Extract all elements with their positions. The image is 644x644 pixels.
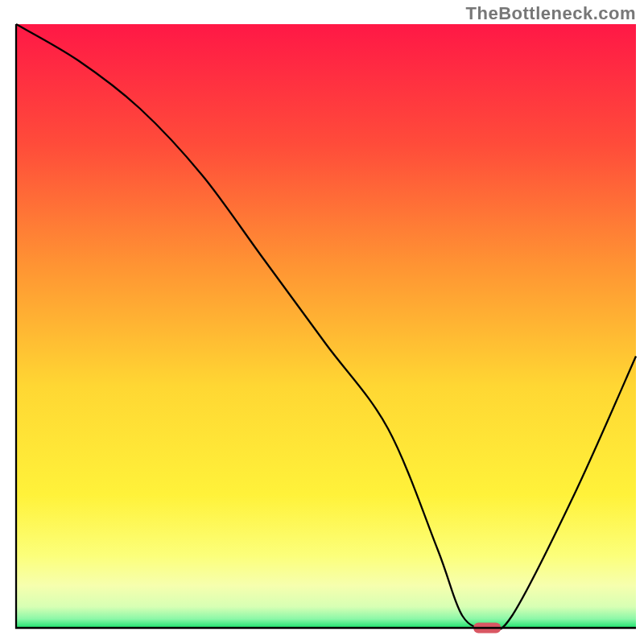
watermark-text: TheBottleneck.com: [466, 3, 636, 24]
gradient-background: [16, 24, 636, 628]
chart-container: TheBottleneck.com: [0, 0, 644, 644]
bottleneck-chart: [0, 0, 644, 644]
